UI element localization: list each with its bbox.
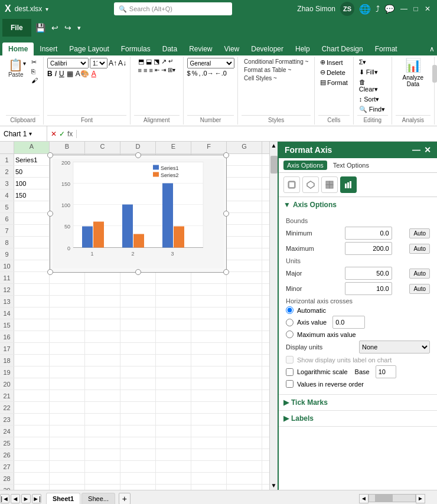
grid-cell[interactable]: Series1 xyxy=(14,154,50,165)
minimum-auto-button[interactable]: Auto xyxy=(409,228,430,238)
grid-cell[interactable] xyxy=(156,331,191,342)
tab-text-options[interactable]: Text Options xyxy=(330,161,373,170)
grid-cell[interactable] xyxy=(227,248,262,260)
grid-cell[interactable] xyxy=(85,402,120,413)
grid-cell[interactable] xyxy=(120,366,156,378)
scroll-thumb[interactable] xyxy=(270,156,278,174)
scroll-up-button[interactable]: ▲ xyxy=(270,142,278,150)
grid-cell[interactable] xyxy=(85,390,120,401)
delete-cells-button[interactable]: ⊖ Delete xyxy=(318,68,347,77)
grid-cell[interactable] xyxy=(227,461,262,472)
chart-handle-tr[interactable] xyxy=(223,152,229,158)
save-button[interactable]: 💾 xyxy=(34,22,47,33)
conditional-formatting-button[interactable]: Conditional Formatting ~ xyxy=(242,58,311,66)
sheet-nav-prev[interactable]: ◄ xyxy=(11,494,20,503)
decrease-font-button[interactable]: A↓ xyxy=(118,59,126,67)
align-middle-button[interactable]: ⬓ xyxy=(146,58,152,66)
grid-cell[interactable] xyxy=(85,485,120,490)
tab-developer[interactable]: Developer xyxy=(245,42,289,55)
grid-cell[interactable] xyxy=(85,449,120,460)
paste-dropdown[interactable]: ▾ xyxy=(23,60,26,67)
grid-cell[interactable] xyxy=(191,378,227,390)
fill-button[interactable]: ⬇ Fill▾ xyxy=(357,68,380,77)
grid-cell[interactable] xyxy=(191,366,227,378)
grid-cell[interactable] xyxy=(156,378,191,390)
grid-cell[interactable] xyxy=(14,366,50,378)
increase-decimal-button[interactable]: .0→ xyxy=(202,70,214,77)
grid-cell[interactable] xyxy=(191,272,227,283)
grid-cell[interactable] xyxy=(156,284,191,295)
minimize-button[interactable]: — xyxy=(399,4,409,14)
decrease-indent-button[interactable]: ⇤ xyxy=(155,67,159,74)
maximum-input[interactable] xyxy=(345,242,392,255)
grid-cell[interactable] xyxy=(85,378,120,390)
number-format-select[interactable]: General xyxy=(187,58,234,68)
fill-effects-button[interactable] xyxy=(283,176,300,193)
underline-button[interactable]: U xyxy=(59,70,64,78)
currency-button[interactable]: $ xyxy=(187,70,191,77)
log-base-input[interactable] xyxy=(376,365,396,378)
grid-cell[interactable] xyxy=(156,366,191,378)
grid-cell[interactable] xyxy=(120,343,156,354)
axis-options-icon-button[interactable] xyxy=(340,176,357,193)
axis-options-header[interactable]: ▼ Axis Options xyxy=(279,197,437,212)
size-properties-button[interactable] xyxy=(321,176,338,193)
format-as-table-button[interactable]: Format as Table ~ xyxy=(242,66,293,74)
col-header-g[interactable]: G xyxy=(227,142,262,153)
grid-cell[interactable] xyxy=(191,307,227,319)
grid-cell[interactable] xyxy=(156,319,191,330)
major-input[interactable] xyxy=(345,267,392,280)
grid-cell[interactable] xyxy=(14,284,50,295)
grid-cell[interactable] xyxy=(227,331,262,342)
grid-cell[interactable] xyxy=(85,414,120,425)
align-center-button[interactable]: ≡ xyxy=(144,67,147,74)
grid-cell[interactable] xyxy=(227,485,262,490)
grid-cell[interactable] xyxy=(14,355,50,366)
grid-cell[interactable] xyxy=(227,154,262,165)
user-avatar[interactable]: ZS xyxy=(340,2,354,16)
grid-cell[interactable] xyxy=(120,402,156,413)
grid-cell[interactable] xyxy=(50,485,85,490)
grid-cell[interactable] xyxy=(85,296,120,307)
maximum-auto-button[interactable]: Auto xyxy=(409,244,430,254)
grid-cell[interactable] xyxy=(50,366,85,378)
max-axis-radio[interactable] xyxy=(286,330,293,338)
copy-button[interactable]: ⎘ xyxy=(30,67,40,76)
automatic-radio[interactable] xyxy=(286,306,293,314)
percent-button[interactable]: % xyxy=(192,70,198,77)
h-scroll-thumb[interactable] xyxy=(375,495,393,502)
grid-cell[interactable] xyxy=(156,343,191,354)
filename-dropdown[interactable]: ▾ xyxy=(45,6,48,12)
grid-cell[interactable] xyxy=(14,426,50,437)
panel-scrollbar[interactable] xyxy=(432,142,437,295)
grid-cell[interactable] xyxy=(227,178,262,189)
grid-cell[interactable] xyxy=(50,402,85,413)
h-scroll-right[interactable]: ► xyxy=(416,494,425,503)
share-icon[interactable]: ⤴ xyxy=(376,4,380,14)
chart-handle-tl[interactable] xyxy=(47,152,53,158)
sort-filter-button[interactable]: ↕ Sort▾ xyxy=(357,95,381,104)
grid-cell[interactable] xyxy=(120,426,156,437)
tab-review[interactable]: Review xyxy=(183,42,218,55)
grid-cell[interactable] xyxy=(14,473,50,484)
grid-cell[interactable] xyxy=(50,331,85,342)
grid-cell[interactable] xyxy=(191,414,227,425)
grid-cell[interactable] xyxy=(14,449,50,460)
tab-view[interactable]: View xyxy=(218,42,245,55)
grid-cell[interactable] xyxy=(120,461,156,472)
grid-cell[interactable] xyxy=(156,307,191,319)
collapse-ribbon-button[interactable]: ∧ xyxy=(429,45,435,53)
sheet-tab-sheet2[interactable]: Shee... xyxy=(81,493,115,504)
grid-cell[interactable] xyxy=(227,319,262,330)
redo-button[interactable]: ↪ xyxy=(63,22,73,33)
grid-cell[interactable] xyxy=(50,473,85,484)
add-sheet-button[interactable]: + xyxy=(119,493,131,505)
tab-format[interactable]: Format xyxy=(369,42,403,55)
scroll-down-button[interactable]: ▼ xyxy=(270,482,278,490)
chart-handle-left[interactable] xyxy=(47,211,53,217)
insert-function-button[interactable]: fx xyxy=(67,130,73,138)
axis-value-radio[interactable] xyxy=(286,319,293,326)
grid-cell[interactable] xyxy=(227,426,262,437)
vertical-scrollbar[interactable]: ▲ ▼ xyxy=(269,142,278,490)
grid-cell[interactable] xyxy=(191,437,227,449)
